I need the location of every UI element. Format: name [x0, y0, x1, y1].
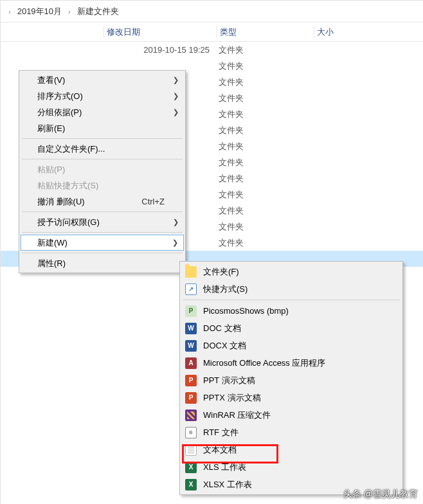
menu-undo[interactable]: 撤消 删除(U)Ctrl+Z	[21, 194, 184, 210]
menu-paste: 粘贴(P)	[21, 161, 184, 177]
new-txt[interactable]: 文本文档	[181, 441, 401, 458]
image-icon: P	[185, 305, 197, 317]
excel-icon: X	[185, 479, 197, 491]
new-access[interactable]: AMicrosoft Office Access 应用程序	[181, 354, 401, 372]
menu-grant-access[interactable]: 授予访问权限(G)❯	[21, 214, 184, 230]
col-type[interactable]: 类型	[217, 26, 314, 38]
archive-icon	[185, 410, 197, 421]
powerpoint-icon: P	[185, 375, 197, 386]
list-item[interactable]: 2019-10-15 19:25文件夹	[1, 42, 423, 58]
menu-customize[interactable]: 自定义文件夹(F)...	[21, 141, 184, 157]
new-bmp[interactable]: PPicosmosShows (bmp)	[181, 302, 401, 320]
menu-group[interactable]: 分组依据(P)❯	[21, 104, 184, 120]
menu-view[interactable]: 查看(V)❯	[21, 72, 184, 88]
new-ppt[interactable]: PPPT 演示文稿	[181, 372, 401, 389]
submenu-new: 文件夹(F) ↗快捷方式(S) PPicosmosShows (bmp) WDO…	[179, 261, 403, 495]
new-rtf[interactable]: ≡RTF 文件	[181, 424, 401, 441]
chevron-right-icon: ❯	[173, 92, 179, 100]
new-doc[interactable]: WDOC 文档	[181, 320, 401, 337]
excel-icon: X	[185, 462, 197, 473]
menu-properties[interactable]: 属性(R)	[21, 255, 184, 271]
new-xls[interactable]: XXLS 工作表	[181, 458, 401, 476]
context-menu: 查看(V)❯ 排序方式(O)❯ 分组依据(P)❯ 刷新(E) 自定义文件夹(F)…	[19, 70, 186, 273]
chevron-right-icon: ❯	[173, 108, 179, 116]
shortcut-icon: ↗	[185, 284, 197, 295]
breadcrumb[interactable]: › 2019年10月 › 新建文件夹	[1, 1, 423, 22]
new-docx[interactable]: WDOCX 文档	[181, 337, 401, 354]
shortcut-label: Ctrl+Z	[141, 197, 165, 206]
access-icon: A	[185, 357, 197, 369]
folder-icon	[185, 266, 197, 278]
col-size[interactable]: 大小	[314, 26, 423, 38]
new-shortcut[interactable]: ↗快捷方式(S)	[181, 280, 401, 298]
chevron-right-icon: ›	[64, 8, 75, 15]
col-date[interactable]: 修改日期	[104, 26, 217, 38]
word-icon: W	[185, 340, 197, 352]
chevron-right-icon: ›	[4, 8, 15, 15]
chevron-right-icon: ❯	[173, 76, 179, 84]
chevron-right-icon: ❯	[173, 218, 179, 226]
new-rar[interactable]: WinRAR 压缩文件	[181, 406, 401, 424]
menu-new[interactable]: 新建(W)❯	[21, 235, 184, 251]
menu-refresh[interactable]: 刷新(E)	[21, 120, 184, 136]
breadcrumb-seg-1[interactable]: 2019年10月	[15, 4, 64, 19]
menu-sort[interactable]: 排序方式(O)❯	[21, 88, 184, 104]
chevron-right-icon: ❯	[172, 239, 178, 247]
watermark: 头条 @雪灵儿教育	[343, 489, 418, 500]
breadcrumb-seg-2[interactable]: 新建文件夹	[75, 4, 122, 19]
document-icon: ≡	[185, 427, 197, 438]
powerpoint-icon: P	[185, 392, 197, 404]
menu-paste-shortcut: 粘贴快捷方式(S)	[21, 177, 184, 194]
new-folder[interactable]: 文件夹(F)	[181, 263, 401, 280]
column-headers: 修改日期 类型 大小	[1, 22, 423, 42]
text-icon	[185, 444, 197, 456]
new-pptx[interactable]: PPPTX 演示文稿	[181, 389, 401, 406]
word-icon: W	[185, 323, 197, 334]
